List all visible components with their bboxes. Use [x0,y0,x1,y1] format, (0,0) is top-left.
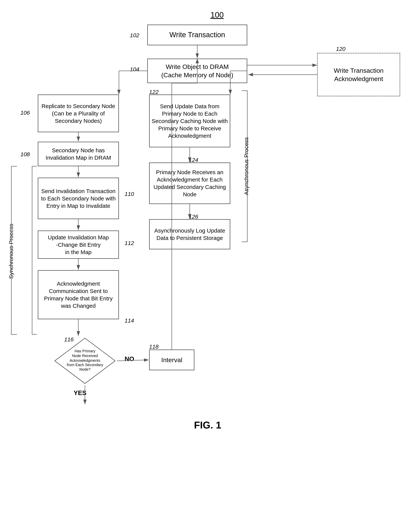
write-transaction-ack-box: Write Transaction Acknowledgment [317,53,400,96]
no-label: NO [125,355,134,362]
async-log-box: Asynchronously Log Update Data to Persis… [149,219,230,249]
svg-text:Acknowledgments: Acknowledgments [70,358,100,362]
label-110: 110 [125,191,134,197]
svg-text:from Each Secondary: from Each Secondary [67,363,103,367]
label-104: 104 [130,66,139,73]
ack-comm-box: Acknowledgment Communication Sent to Pri… [38,270,119,319]
svg-text:Has Primary: Has Primary [75,349,95,353]
synchronous-label: Synchronous Process [8,166,14,336]
update-invalidation-map-box: Update Invalidation Map -Change Bit Entr… [38,231,119,259]
has-primary-node-diamond: Has Primary Node Received Acknowledgment… [53,336,117,385]
svg-text:Node Received: Node Received [72,354,98,358]
yes-label: YES [74,389,87,397]
fig-label: FIG. 1 [170,419,245,431]
primary-receives-ack-box: Primary Node Receives an Acknowledgment … [149,162,230,204]
label-102: 102 [130,32,139,39]
replicate-secondary-box: Replicate to Secondary Node (Can be a Pl… [38,94,119,132]
send-invalidation-box: Send Invalidation Transaction to Each Se… [38,178,119,219]
send-update-data-box: Send Update Data from Primary Node to Ea… [149,94,230,147]
interval-box: Interval [149,349,195,370]
write-transaction-box: Write Transaction [147,25,247,45]
label-112: 112 [125,240,134,246]
label-124: 124 [189,157,198,163]
label-118: 118 [149,344,159,350]
label-120: 120 [336,46,345,52]
diagram-title: 100 [198,10,236,19]
write-object-dram-box: Write Object to DRAM (Cache Memory of No… [147,59,247,83]
secondary-node-invalidation-box: Secondary Node has Invalidation Map in D… [38,142,119,166]
label-114: 114 [125,317,134,324]
label-116: 116 [64,336,74,343]
svg-text:Node?: Node? [79,367,90,371]
label-126: 126 [189,214,198,220]
label-108: 108 [20,151,30,157]
label-106: 106 [20,110,30,116]
diagram-container: 100 Write Transaction 102 Write Object t… [0,0,420,532]
asynchronous-label: Asynchronous Process [243,91,250,242]
label-122: 122 [149,89,159,95]
